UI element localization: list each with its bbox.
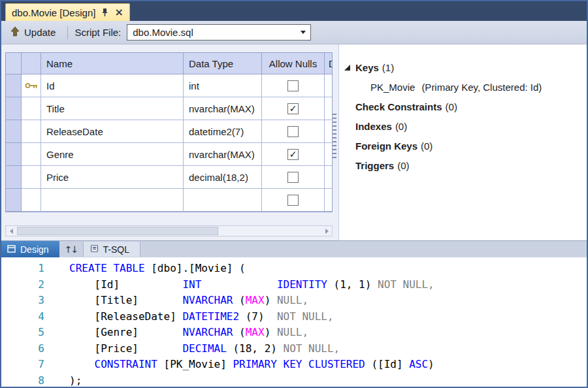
swap-panes-icon[interactable]: ↑↓ xyxy=(59,241,83,257)
scrollbar-track[interactable] xyxy=(16,226,321,236)
tree-item-keys[interactable]: Keys(1) xyxy=(344,57,587,77)
tsql-code-editor[interactable]: 1CREATE TABLE [dbo].[Movie] (2 [Id] INT … xyxy=(1,257,587,388)
allow-nulls-cell[interactable] xyxy=(262,189,325,212)
column-name-cell[interactable] xyxy=(41,189,184,212)
allow-nulls-checkbox[interactable] xyxy=(287,172,299,183)
corner-cell xyxy=(6,53,22,74)
expander-box[interactable] xyxy=(344,65,355,71)
data-type-cell[interactable]: nvarchar(MAX) xyxy=(184,143,262,166)
allow-nulls-checkbox[interactable] xyxy=(287,149,299,160)
column-name-cell[interactable]: Id xyxy=(41,74,184,97)
line-number: 4 xyxy=(1,309,44,325)
clipped-cell xyxy=(325,189,332,212)
column-name-cell[interactable]: Title xyxy=(41,97,184,120)
line-number: 6 xyxy=(1,341,44,357)
data-type-cell[interactable]: datetime2(7) xyxy=(184,120,262,143)
icon-header-cell xyxy=(22,53,41,74)
tree-item-label: Check Constraints xyxy=(355,101,442,112)
line-number: 8 xyxy=(1,373,44,388)
pin-icon[interactable] xyxy=(101,8,108,17)
scroll-right-icon[interactable] xyxy=(321,226,332,236)
pane-splitter[interactable] xyxy=(333,112,336,161)
data-type-cell[interactable]: nvarchar(MAX) xyxy=(184,97,262,120)
code-line[interactable]: 2 [Id] INT IDENTITY (1, 1) NOT NULL, xyxy=(1,277,587,293)
allow-nulls-cell[interactable] xyxy=(262,97,325,120)
row-icon-cell xyxy=(22,143,41,166)
column-name-cell[interactable]: ReleaseDate xyxy=(41,120,184,143)
tree-item-triggers[interactable]: Triggers(0) xyxy=(344,155,587,175)
row-icon-cell xyxy=(22,74,41,97)
designer-main-area: Name Data Type Allow Nulls Default Id in… xyxy=(1,44,587,240)
grid-header-row: Name Data Type Allow Nulls Default xyxy=(6,53,332,74)
table-row[interactable]: ReleaseDate datetime2(7) xyxy=(6,120,332,143)
data-type-cell[interactable] xyxy=(184,189,262,212)
code-line[interactable]: 8); xyxy=(1,373,587,388)
data-type-cell[interactable]: int xyxy=(184,74,262,97)
line-number: 1 xyxy=(1,261,44,277)
allow-nulls-checkbox[interactable] xyxy=(287,126,299,137)
code-line[interactable]: 5 [Genre] NVARCHAR (MAX) NULL, xyxy=(1,325,587,341)
allow-nulls-checkbox[interactable] xyxy=(287,80,299,91)
data-type-column-header: Data Type xyxy=(184,53,262,74)
scrollbar-thumb[interactable] xyxy=(17,227,218,235)
row-icon-cell xyxy=(22,189,41,212)
tree-item-count: (0) xyxy=(397,160,409,171)
column-name-cell[interactable]: Genre xyxy=(41,143,184,166)
row-selector[interactable] xyxy=(6,189,22,212)
clipped-cell xyxy=(325,166,332,189)
code-line[interactable]: 6 [Price] DECIMAL (18, 2) NOT NULL, xyxy=(1,341,587,357)
code-line[interactable]: 4 [ReleaseDate] DATETIME2 (7) NOT NULL, xyxy=(1,309,587,325)
allow-nulls-checkbox[interactable] xyxy=(287,195,299,206)
tree-item-count: (0) xyxy=(395,121,407,132)
tab-design[interactable]: Design xyxy=(1,241,59,257)
design-view-icon xyxy=(7,244,16,255)
table-row[interactable]: Id int xyxy=(6,74,332,97)
view-tab-strip: Design ↑↓ T-SQL xyxy=(1,240,587,257)
tree-item-indexes[interactable]: Indexes(0) xyxy=(344,116,587,136)
allow-nulls-checkbox[interactable] xyxy=(287,103,299,114)
row-icon-cell xyxy=(22,97,41,120)
code-line[interactable]: 3 [Title] NVARCHAR (MAX) NULL, xyxy=(1,293,587,309)
line-number: 5 xyxy=(1,325,44,341)
row-selector[interactable] xyxy=(6,166,22,189)
tree-child-item[interactable]: PK_Movie(Primary Key, Clustered: Id) xyxy=(344,77,587,97)
tree-item-label: Foreign Keys xyxy=(355,140,417,152)
table-row[interactable] xyxy=(6,189,332,212)
horizontal-scrollbar[interactable] xyxy=(5,225,333,236)
table-row[interactable]: Price decimal(18,2) xyxy=(6,166,332,189)
table-row[interactable]: Genre nvarchar(MAX) xyxy=(6,143,332,166)
allow-nulls-cell[interactable] xyxy=(262,166,325,189)
data-type-cell[interactable]: decimal(18,2) xyxy=(184,166,262,189)
close-icon[interactable]: × xyxy=(114,7,123,18)
code-text: [Genre] NVARCHAR (MAX) NULL, xyxy=(69,325,308,341)
allow-nulls-cell[interactable] xyxy=(262,120,325,143)
clipped-cell xyxy=(325,74,332,97)
code-line[interactable]: 7 CONSTRAINT [PK_Movie] PRIMARY KEY CLUS… xyxy=(1,357,587,373)
allow-nulls-cell[interactable] xyxy=(262,143,325,166)
clipped-cell xyxy=(325,97,332,120)
code-line[interactable]: 1CREATE TABLE [dbo].[Movie] ( xyxy=(1,261,587,277)
row-selector[interactable] xyxy=(6,97,22,120)
table-row[interactable]: Title nvarchar(MAX) xyxy=(6,97,332,120)
update-button-label: Update xyxy=(24,27,56,38)
tree-item-check-constraints[interactable]: Check Constraints(0) xyxy=(344,97,587,116)
script-file-dropdown[interactable]: dbo.Movie.sql xyxy=(127,24,311,40)
tree-item-foreign-keys[interactable]: Foreign Keys(0) xyxy=(344,136,587,155)
allow-nulls-cell[interactable] xyxy=(262,74,325,97)
update-button[interactable]: Update xyxy=(8,24,61,40)
row-selector[interactable] xyxy=(6,74,22,97)
scroll-left-icon[interactable] xyxy=(6,226,16,236)
document-tab[interactable]: dbo.Movie [Design] × xyxy=(5,3,130,21)
row-selector[interactable] xyxy=(6,143,22,166)
update-arrow-icon xyxy=(10,26,20,39)
context-tree: Keys(1)PK_Movie(Primary Key, Clustered: … xyxy=(344,57,587,175)
tab-tsql[interactable]: T-SQL xyxy=(83,242,140,257)
tree-item-label: Triggers xyxy=(355,160,394,171)
tree-item-label: Indexes xyxy=(355,121,392,132)
script-file-value: dbo.Movie.sql xyxy=(133,27,193,38)
table-properties-pane: Keys(1)PK_Movie(Primary Key, Clustered: … xyxy=(338,44,587,240)
columns-grid: Name Data Type Allow Nulls Default Id in… xyxy=(5,52,333,212)
expanded-arrow-icon[interactable] xyxy=(344,65,350,71)
row-selector[interactable] xyxy=(6,120,22,143)
column-name-cell[interactable]: Price xyxy=(41,166,184,189)
